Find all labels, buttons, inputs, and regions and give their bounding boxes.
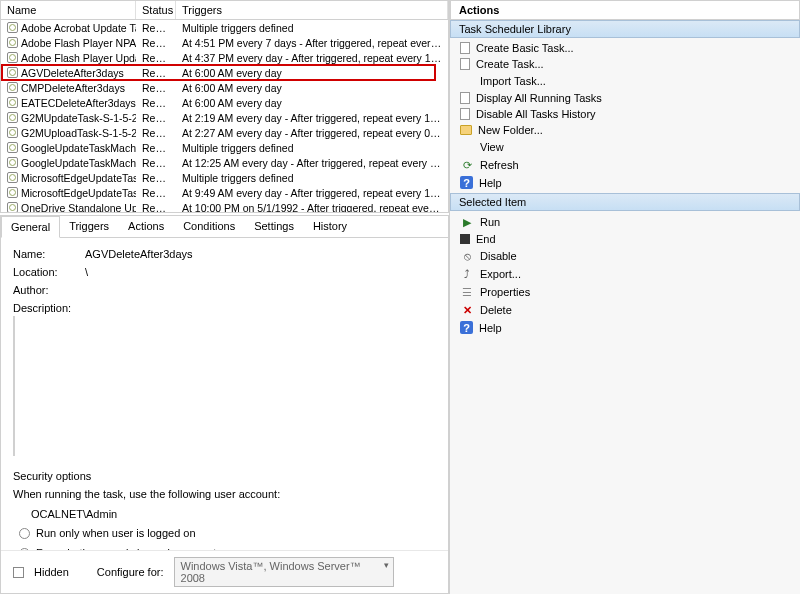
task-icon: [7, 82, 18, 93]
task-icon: [7, 142, 18, 153]
task-name: MicrosoftEdgeUpdateTask…: [21, 172, 136, 184]
document-icon: [460, 92, 470, 104]
col-header-triggers[interactable]: Triggers: [176, 1, 448, 19]
table-row[interactable]: MicrosoftEdgeUpdateTask…ReadyAt 9:49 AM …: [1, 185, 448, 200]
action-run[interactable]: ▶Run: [450, 213, 800, 231]
tab-strip: GeneralTriggersActionsConditionsSettings…: [1, 216, 448, 238]
action-export[interactable]: ⤴Export...: [450, 265, 800, 283]
action-refresh[interactable]: ⟳Refresh: [450, 156, 800, 174]
task-trigger: Multiple triggers defined: [176, 172, 448, 184]
task-table-body[interactable]: Adobe Acrobat Update TaskReadyMultiple t…: [1, 20, 448, 212]
action-label: Run: [480, 216, 500, 228]
task-trigger: At 12:25 AM every day - After triggered,…: [176, 157, 448, 169]
task-trigger: At 4:37 PM every day - After triggered, …: [176, 52, 448, 64]
table-row[interactable]: Adobe Acrobat Update TaskReadyMultiple t…: [1, 20, 448, 35]
radio-logged-on[interactable]: [19, 528, 30, 539]
task-name: OneDrive Standalone Upd…: [21, 202, 136, 213]
action-import-task[interactable]: Import Task...: [450, 72, 800, 90]
task-table: Name Status Triggers Adobe Acrobat Updat…: [0, 0, 449, 213]
task-name: GoogleUpdateTaskMachi…: [21, 157, 136, 169]
document-icon: [460, 58, 470, 70]
task-trigger: At 2:27 AM every day - After triggered, …: [176, 127, 448, 139]
action-properties[interactable]: ☰Properties: [450, 283, 800, 301]
table-row[interactable]: OneDrive Standalone Upd…ReadyAt 10:00 PM…: [1, 200, 448, 212]
bottom-bar: Hidden Configure for: Windows Vista™, Wi…: [1, 550, 448, 593]
tab-settings[interactable]: Settings: [245, 216, 304, 237]
configure-for-combo[interactable]: Windows Vista™, Windows Server™ 2008: [174, 557, 394, 587]
action-label: Create Basic Task...: [476, 42, 574, 54]
description-textarea[interactable]: [13, 316, 15, 456]
security-options-title: Security options: [13, 470, 436, 482]
col-header-status[interactable]: Status: [136, 1, 176, 19]
action-label: Help: [479, 177, 502, 189]
description-label: Description:: [13, 302, 85, 314]
action-new-folder[interactable]: New Folder...: [450, 122, 800, 138]
location-label: Location:: [13, 266, 85, 278]
task-icon: [7, 157, 18, 168]
document-icon: [460, 108, 470, 120]
action-create-task[interactable]: Create Task...: [450, 56, 800, 72]
task-status: Ready: [136, 157, 176, 169]
disable-icon: ⦸: [460, 249, 474, 263]
action-help[interactable]: ?Help: [450, 319, 800, 336]
action-create-basic-task[interactable]: Create Basic Task...: [450, 40, 800, 56]
actions-library-list: Create Basic Task...Create Task...Import…: [450, 38, 800, 193]
task-trigger: At 4:51 PM every 7 days - After triggere…: [176, 37, 448, 49]
tab-general-content: Name: AGVDeleteAfter3days Location: \ Au…: [1, 238, 448, 550]
action-disable[interactable]: ⦸Disable: [450, 247, 800, 265]
table-row[interactable]: AGVDeleteAfter3daysReadyAt 6:00 AM every…: [1, 65, 448, 80]
blank-icon: [460, 140, 474, 154]
table-row[interactable]: Adobe Flash Player UpdaterReadyAt 4:37 P…: [1, 50, 448, 65]
task-trigger: At 6:00 AM every day: [176, 67, 448, 79]
blank-icon: [460, 74, 474, 88]
tab-actions[interactable]: Actions: [119, 216, 174, 237]
properties-icon: ☰: [460, 285, 474, 299]
task-detail-panel: GeneralTriggersActionsConditionsSettings…: [0, 215, 449, 594]
task-icon: [7, 97, 18, 108]
task-status: Ready: [136, 112, 176, 124]
action-label: Import Task...: [480, 75, 546, 87]
actions-section-selected: Selected Item: [450, 193, 800, 211]
actions-pane-title: Actions: [450, 0, 800, 20]
table-row[interactable]: G2MUpdateTask-S-1-5-21…ReadyAt 2:19 AM e…: [1, 110, 448, 125]
action-disable-all-tasks-history[interactable]: Disable All Tasks History: [450, 106, 800, 122]
tab-history[interactable]: History: [304, 216, 357, 237]
table-row[interactable]: CMPDeleteAfter3daysReadyAt 6:00 AM every…: [1, 80, 448, 95]
refresh-icon: ⟳: [460, 158, 474, 172]
task-trigger: At 6:00 AM every day: [176, 82, 448, 94]
table-row[interactable]: Adobe Flash Player NPAPI…ReadyAt 4:51 PM…: [1, 35, 448, 50]
tab-triggers[interactable]: Triggers: [60, 216, 119, 237]
help-icon: ?: [460, 321, 473, 334]
task-status: Ready: [136, 187, 176, 199]
action-label: Create Task...: [476, 58, 544, 70]
action-delete[interactable]: ✕Delete: [450, 301, 800, 319]
task-status: Ready: [136, 82, 176, 94]
help-icon: ?: [460, 176, 473, 189]
task-status: Ready: [136, 142, 176, 154]
task-status: Ready: [136, 37, 176, 49]
name-label: Name:: [13, 248, 85, 260]
task-icon: [7, 202, 18, 212]
task-name: GoogleUpdateTaskMachi…: [21, 142, 136, 154]
action-end[interactable]: End: [450, 231, 800, 247]
table-row[interactable]: GoogleUpdateTaskMachi…ReadyMultiple trig…: [1, 140, 448, 155]
action-label: Delete: [480, 304, 512, 316]
task-status: Ready: [136, 127, 176, 139]
action-display-all-running-tasks[interactable]: Display All Running Tasks: [450, 90, 800, 106]
name-value: AGVDeleteAfter3days: [85, 248, 436, 260]
check-hidden[interactable]: [13, 567, 24, 578]
task-status: Ready: [136, 22, 176, 34]
tab-conditions[interactable]: Conditions: [174, 216, 245, 237]
action-help[interactable]: ?Help: [450, 174, 800, 191]
tab-general[interactable]: General: [1, 216, 60, 238]
task-status: Ready: [136, 67, 176, 79]
col-header-name[interactable]: Name: [1, 1, 136, 19]
table-row[interactable]: EATECDeleteAfter3daysReadyAt 6:00 AM eve…: [1, 95, 448, 110]
task-trigger: Multiple triggers defined: [176, 142, 448, 154]
task-icon: [7, 22, 18, 33]
task-icon: [7, 172, 18, 183]
action-view[interactable]: View: [450, 138, 800, 156]
table-row[interactable]: GoogleUpdateTaskMachi…ReadyAt 12:25 AM e…: [1, 155, 448, 170]
table-row[interactable]: G2MUploadTask-S-1-5-21…ReadyAt 2:27 AM e…: [1, 125, 448, 140]
table-row[interactable]: MicrosoftEdgeUpdateTask…ReadyMultiple tr…: [1, 170, 448, 185]
